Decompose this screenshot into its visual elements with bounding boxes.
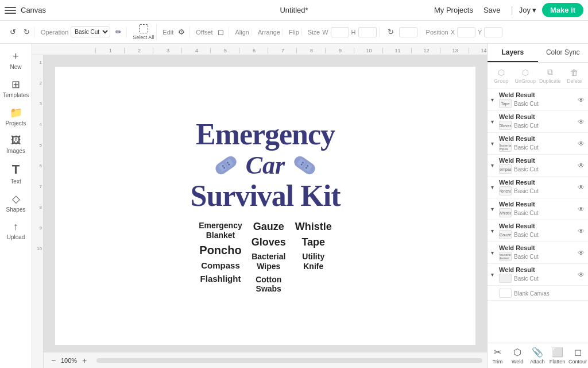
right-actions: My Projects Save | Joy ▾ Make It xyxy=(434,3,583,17)
new-icon: + xyxy=(13,51,19,63)
layer-item[interactable]: ▾ Weld Result Poncho Basic Cut 👁 xyxy=(488,177,588,198)
sidebar-item-templates[interactable]: ⊞ Templates xyxy=(2,75,30,102)
layer-visibility-icon[interactable]: 👁 xyxy=(578,183,585,191)
layer-item[interactable]: ▾ Weld Result Basic Cut 👁 xyxy=(488,264,588,286)
weld-button[interactable]: ⬡ Weld xyxy=(508,343,528,368)
layer-label-col: Weld Result Basic Cut xyxy=(499,266,575,283)
layer-item[interactable]: ▾ Weld Result Gloves Basic Cut 👁 xyxy=(488,111,588,133)
layer-sub-label: Basic Cut xyxy=(514,122,539,129)
canvas-area: 1 2 3 4 5 6 7 8 9 10 11 12 13 14 1 2 xyxy=(32,44,487,368)
sidebar-item-projects[interactable]: 📁 Projects xyxy=(2,103,30,130)
ruler-v-tick: 7 xyxy=(40,184,42,189)
design-container: Emergency xyxy=(190,117,340,294)
layer-item[interactable]: ▾ Weld Result Gauze Basic Cut 👁 xyxy=(488,220,588,242)
layer-visibility-icon[interactable]: 👁 xyxy=(578,271,585,279)
layer-visibility-icon[interactable]: 👁 xyxy=(578,96,585,104)
attach-button[interactable]: 📎 Attach xyxy=(528,343,548,368)
offset-icon[interactable]: ◻ xyxy=(215,26,226,38)
layer-sub-label: Basic Cut xyxy=(514,232,539,238)
layer-label-col: Weld Result Compass Basic Cut xyxy=(499,157,575,174)
rotate-icon[interactable]: ↻ xyxy=(385,26,397,38)
ruler-tick: 10 xyxy=(354,48,382,53)
delete-button[interactable]: 🗑 Delete xyxy=(563,65,586,86)
text-icon: T xyxy=(12,162,20,177)
svg-rect-0 xyxy=(214,154,239,177)
layer-thumbnail: Whistle xyxy=(499,208,512,217)
trim-button[interactable]: ✂ Trim xyxy=(488,343,508,368)
y-input[interactable] xyxy=(484,27,502,37)
edit-menu-icon[interactable]: ⚙ xyxy=(176,26,187,38)
toolbar-arrange: Arrange xyxy=(256,29,283,36)
layer-visibility-icon[interactable]: 👁 xyxy=(578,118,585,126)
layer-item[interactable]: ▾ Weld Result Compass Basic Cut 👁 xyxy=(488,155,588,177)
layer-sub-label: Basic Cut xyxy=(514,275,539,282)
operation-select[interactable]: Basic Cut xyxy=(71,26,110,37)
sidebar-item-shapes[interactable]: ◇ Shapes xyxy=(2,189,30,216)
layer-sub: BacterialWipes Basic Cut xyxy=(499,143,575,152)
sidebar-item-new[interactable]: + New xyxy=(2,47,30,74)
divider: | xyxy=(511,5,513,16)
toolbar-rotate: ↻ xyxy=(383,26,420,38)
layer-item[interactable]: ▾ Weld Result InsuranceBlanket Basic Cut… xyxy=(488,242,588,264)
topbar: Canvas Untitled* My Projects Save | Joy … xyxy=(0,0,588,21)
contour-icon: ◻ xyxy=(574,347,582,358)
my-projects-btn[interactable]: My Projects xyxy=(434,6,473,14)
duplicate-button[interactable]: ⧉ Duplicate xyxy=(538,65,562,86)
canvas-white[interactable]: Emergency xyxy=(55,67,475,345)
edit-pen-icon[interactable]: ✏ xyxy=(113,26,124,38)
width-input[interactable] xyxy=(331,27,349,37)
sidebar-item-images[interactable]: 🖼 Images xyxy=(2,131,30,158)
layer-visibility-icon[interactable]: 👁 xyxy=(578,162,585,170)
layer-label-col: Weld Result InsuranceBlanket Basic Cut xyxy=(499,244,575,261)
sidebar-item-text[interactable]: T Text xyxy=(2,159,30,188)
design-item-cotton-swabs: CottonSwabs xyxy=(256,275,281,294)
rotate-input[interactable] xyxy=(399,27,417,37)
layer-sub: Basic Cut xyxy=(499,274,575,283)
group-button[interactable]: ⬡ Group xyxy=(490,65,512,86)
layer-visibility-icon[interactable]: 👁 xyxy=(578,205,585,213)
horizontal-scrollbar[interactable] xyxy=(96,358,482,363)
save-btn[interactable]: Save xyxy=(479,3,505,17)
layer-item[interactable]: ▾ Weld Result Whistle Basic Cut 👁 xyxy=(488,198,588,220)
sidebar-item-upload[interactable]: ↑ Upload xyxy=(2,217,30,244)
tab-layers[interactable]: Layers xyxy=(488,44,538,62)
contour-button[interactable]: ◻ Contour xyxy=(567,343,588,368)
bottom-bar: − 100% + xyxy=(44,352,487,368)
hamburger-icon[interactable] xyxy=(5,5,16,16)
select-all-button[interactable]: Select All xyxy=(133,24,154,40)
layer-arrow-icon: ▾ xyxy=(491,250,497,256)
x-input[interactable] xyxy=(457,27,475,37)
ungroup-button[interactable]: ⬡ UnGroup xyxy=(513,65,537,86)
tab-color-sync[interactable]: Color Sync xyxy=(538,44,589,62)
zoom-in-button[interactable]: + xyxy=(79,355,90,366)
layer-arrow-icon: ▾ xyxy=(491,206,497,212)
flatten-button[interactable]: ⬜ Flatten xyxy=(547,343,567,368)
upload-icon: ↑ xyxy=(13,221,18,233)
toolbar-operation: Operation Basic Cut ✏ xyxy=(38,26,127,38)
layer-sub-label: Basic Cut xyxy=(514,188,539,194)
ruler-tick: 7 xyxy=(268,48,296,53)
design-item-gauze: Gauze xyxy=(253,221,284,233)
canvas-content[interactable]: Emergency xyxy=(44,55,487,368)
layer-visibility-icon[interactable]: 👁 xyxy=(578,140,585,148)
user-name[interactable]: Joy ▾ xyxy=(519,6,536,14)
page-title[interactable]: Untitled* xyxy=(280,6,308,14)
zoom-out-button[interactable]: − xyxy=(48,355,59,366)
layer-item-blank-canvas[interactable]: ▾ Blank Canvas 👁 xyxy=(488,286,588,301)
make-it-button[interactable]: Make It xyxy=(542,3,583,17)
height-input[interactable] xyxy=(358,27,377,37)
layer-item[interactable]: ▾ Weld Result BacterialWipes Basic Cut 👁 xyxy=(488,133,588,155)
layer-label-col: Weld Result Tape Basic Cut xyxy=(499,91,575,108)
layer-arrow-icon: ▾ xyxy=(491,118,497,125)
bandaid-right-icon xyxy=(288,149,320,181)
undo-icon[interactable]: ↺ xyxy=(7,26,18,38)
layer-visibility-icon[interactable]: 👁 xyxy=(578,227,585,235)
ruler-v-tick: 4 xyxy=(40,122,42,127)
weld-icon: ⬡ xyxy=(513,347,521,358)
layer-visibility-icon[interactable]: 👁 xyxy=(578,249,585,257)
align-label: Align xyxy=(235,29,249,36)
attach-icon: 📎 xyxy=(532,347,543,358)
projects-icon: 📁 xyxy=(10,106,22,119)
layer-item[interactable]: ▾ Weld Result Tape Basic Cut 👁 xyxy=(488,89,588,111)
redo-icon[interactable]: ↻ xyxy=(21,26,32,38)
